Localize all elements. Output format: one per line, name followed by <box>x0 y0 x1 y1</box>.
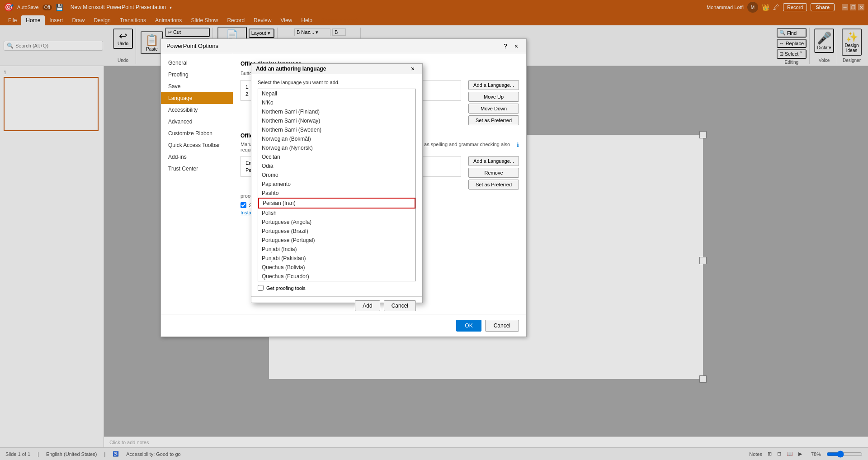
language-listbox[interactable]: NepaliN'KoNorthern Sami (Finland)Norther… <box>258 89 416 281</box>
display-lang-actions: Add a Language... Move Up Move Down Set … <box>468 80 519 125</box>
ppt-options-sidebar: General Proofing Save Language Accessibi… <box>161 53 233 314</box>
language-option[interactable]: Northern Sami (Finland) <box>258 107 415 116</box>
language-option[interactable]: Pashto <box>258 189 415 198</box>
language-option[interactable]: Northern Sami (Sweden) <box>258 125 415 134</box>
sidebar-item-save[interactable]: Save <box>161 81 233 92</box>
sidebar-item-trust-center[interactable]: Trust Center <box>161 163 233 175</box>
set-preferred-btn[interactable]: Set as Preferred <box>468 115 519 125</box>
info-icon2[interactable]: ℹ <box>517 142 519 148</box>
language-option[interactable]: Punjabi (Pakistan) <box>258 254 415 263</box>
language-option[interactable]: N'Ko <box>258 98 415 107</box>
language-option[interactable]: Odia <box>258 161 415 171</box>
store-checkbox[interactable] <box>241 202 246 208</box>
dialog-title-bar-right: ? × <box>501 42 521 51</box>
language-option[interactable]: Nepali <box>258 89 415 98</box>
sidebar-item-accessibility[interactable]: Accessibility <box>161 104 233 116</box>
add-lang-footer: Add Cancel <box>251 296 422 315</box>
get-proofing-checkbox[interactable] <box>258 285 264 291</box>
add-lang-close-btn[interactable]: × <box>408 64 418 74</box>
sidebar-item-advanced[interactable]: Advanced <box>161 116 233 128</box>
sidebar-item-customize-ribbon[interactable]: Customize Ribbon <box>161 128 233 139</box>
add-lang-dialog: Add an authoring language × Select the l… <box>251 63 423 303</box>
get-proofing-label: Get proofing tools <box>266 285 306 291</box>
language-option[interactable]: Papiamento <box>258 180 415 189</box>
language-option[interactable]: Northern Sami (Norway) <box>258 116 415 125</box>
language-option[interactable]: Punjabi (India) <box>258 245 415 254</box>
add-lang-title-bar: Add an authoring language × <box>251 64 422 74</box>
authoring-lang-actions: Add a Language... Remove Set as Preferre… <box>468 156 519 190</box>
ppt-options-title: PowerPoint Options <box>166 43 218 49</box>
language-option[interactable]: Oromo <box>258 171 415 180</box>
language-option[interactable]: Norwegian (Bokmål) <box>258 134 415 143</box>
add-language-confirm-btn[interactable]: Add <box>355 300 380 311</box>
ppt-options-title-bar: PowerPoint Options ? × <box>161 39 526 53</box>
language-option[interactable]: Persian (Iran) <box>258 198 415 209</box>
ppt-options-cancel-btn[interactable]: Cancel <box>485 320 519 332</box>
language-option[interactable]: Occitan <box>258 152 415 161</box>
ppt-options-ok-btn[interactable]: OK <box>456 320 481 332</box>
language-option[interactable]: Portuguese (Portugal) <box>258 236 415 245</box>
add-lang-subtitle: Select the language you want to add. <box>258 80 416 85</box>
sidebar-item-general[interactable]: General <box>161 57 233 69</box>
add-authoring-language-btn[interactable]: Add a Language... <box>468 156 519 166</box>
ppt-options-help-btn[interactable]: ? <box>501 42 510 51</box>
move-up-btn[interactable]: Move Up <box>468 92 519 102</box>
move-down-btn[interactable]: Move Down <box>468 104 519 114</box>
language-option[interactable]: Quechua (Bolivia) <box>258 263 415 272</box>
add-display-language-btn[interactable]: Add a Language... <box>468 80 519 90</box>
add-lang-body: Select the language you want to add. Nep… <box>251 74 422 296</box>
language-option[interactable]: Quechua (Ecuador) <box>258 272 415 281</box>
remove-btn[interactable]: Remove <box>468 168 519 178</box>
ppt-options-footer: OK Cancel <box>161 314 526 337</box>
language-option[interactable]: Portuguese (Brazil) <box>258 227 415 236</box>
language-option[interactable]: Polish <box>258 209 415 218</box>
add-language-cancel-btn[interactable]: Cancel <box>384 300 416 311</box>
language-option[interactable]: Norwegian (Nynorsk) <box>258 143 415 152</box>
sidebar-item-language[interactable]: Language <box>161 92 233 104</box>
add-lang-title: Add an authoring language <box>256 66 326 72</box>
sidebar-item-proofing[interactable]: Proofing <box>161 69 233 81</box>
sidebar-item-quick-access[interactable]: Quick Access Toolbar <box>161 139 233 151</box>
sidebar-item-addins[interactable]: Add-ins <box>161 151 233 163</box>
language-option[interactable]: Portuguese (Angola) <box>258 218 415 227</box>
get-proofing-row: Get proofing tools <box>258 285 416 291</box>
ppt-options-close-btn[interactable]: × <box>512 42 521 51</box>
set-preferred-btn2[interactable]: Set as Preferred <box>468 180 519 190</box>
